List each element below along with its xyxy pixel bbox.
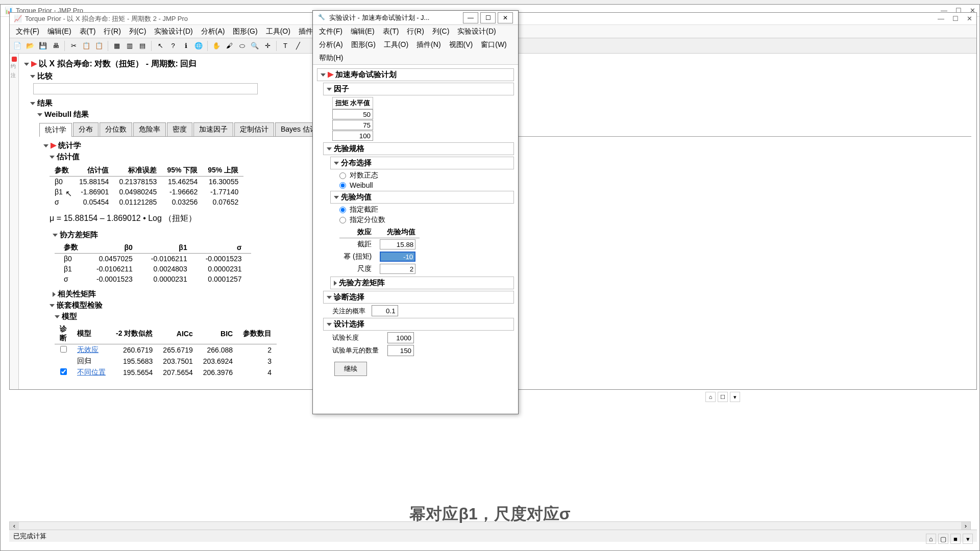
- menu-edit[interactable]: 编辑(E): [347, 26, 379, 38]
- disclosure-icon[interactable]: [334, 281, 337, 286]
- disclosure-icon[interactable]: [24, 63, 29, 66]
- menu-row[interactable]: 行(R): [100, 26, 125, 38]
- menu-doe[interactable]: 实验设计(D): [453, 26, 500, 38]
- toolbar-paste-icon[interactable]: 📋: [93, 40, 105, 52]
- home-icon[interactable]: ⌂: [926, 534, 936, 544]
- scroll-left-icon[interactable]: ‹: [10, 522, 19, 530]
- toolbar-open-icon[interactable]: 📂: [24, 40, 36, 52]
- tab-distribution[interactable]: 分布: [73, 122, 99, 136]
- menu-file[interactable]: 文件(F): [12, 26, 43, 38]
- prior-intercept-input[interactable]: [380, 239, 415, 249]
- tab-density[interactable]: 密度: [167, 122, 192, 136]
- menu-graph[interactable]: 图形(G): [347, 39, 380, 51]
- disclosure-icon[interactable]: [30, 102, 35, 105]
- menu-col[interactable]: 列(C): [125, 26, 150, 38]
- disclosure-icon[interactable]: [334, 196, 339, 199]
- toolbar-info-icon[interactable]: ℹ: [180, 40, 191, 52]
- disclosure-icon[interactable]: [327, 296, 332, 299]
- disclosure-icon[interactable]: [43, 144, 48, 147]
- home-icon[interactable]: ⌂: [705, 392, 716, 402]
- model-name-cell[interactable]: 无效应: [72, 344, 111, 356]
- toolbar-lasso-icon[interactable]: ⬭: [236, 40, 248, 52]
- disclosure-icon[interactable]: [50, 304, 55, 307]
- diagnostic-checkbox[interactable]: [60, 368, 67, 375]
- prior-scale-input[interactable]: [380, 264, 415, 274]
- maximize-button[interactable]: ☐: [480, 12, 496, 23]
- disclosure-icon[interactable]: [50, 156, 55, 159]
- toolbar-table-icon[interactable]: ▦: [111, 40, 122, 52]
- fill-icon[interactable]: ■: [950, 534, 961, 544]
- toolbar-new-icon[interactable]: 📄: [12, 40, 23, 52]
- menu-analyze[interactable]: 分析(A): [197, 26, 229, 38]
- prior-power-input[interactable]: [380, 252, 415, 262]
- factor-level-input[interactable]: [332, 131, 373, 141]
- toolbar-print-icon[interactable]: 🖶: [50, 40, 61, 52]
- tab-custom[interactable]: 定制估计: [234, 122, 274, 136]
- toolbar-copy-icon[interactable]: 📋: [81, 40, 92, 52]
- toolbar-crosshair-icon[interactable]: ✛: [262, 40, 273, 52]
- disclosure-icon[interactable]: [334, 162, 339, 165]
- disclosure-icon[interactable]: [37, 113, 42, 116]
- menu-col[interactable]: 列(C): [428, 26, 453, 38]
- minimize-button[interactable]: —: [938, 15, 944, 22]
- toolbar-save-icon[interactable]: 💾: [37, 40, 48, 52]
- red-arrow-icon[interactable]: [51, 143, 57, 149]
- menu-table[interactable]: 表(T): [76, 26, 100, 38]
- menu-doe[interactable]: 实验设计(D): [150, 26, 197, 38]
- compare-input[interactable]: [33, 83, 258, 94]
- menu-graph[interactable]: 图形(G): [229, 26, 261, 38]
- toolbar-line-icon[interactable]: ╱: [292, 40, 304, 52]
- menu-file[interactable]: 文件(F): [315, 26, 347, 38]
- disclosure-icon[interactable]: [321, 73, 326, 77]
- disclosure-icon[interactable]: [53, 234, 58, 237]
- test-length-input[interactable]: [387, 332, 414, 343]
- toolbar-zoom-icon[interactable]: 🔍: [249, 40, 260, 52]
- disclosure-icon[interactable]: [30, 75, 35, 78]
- toolbar-brush-icon[interactable]: 🖌: [224, 40, 235, 52]
- menu-row[interactable]: 行(R): [403, 26, 428, 38]
- toolbar-hand-icon[interactable]: ✋: [211, 40, 222, 52]
- toolbar-chart-icon[interactable]: ▥: [124, 40, 135, 52]
- tab-statistics[interactable]: 统计学: [39, 123, 72, 137]
- toolbar-pointer-icon[interactable]: ↖: [155, 40, 166, 52]
- menu-analyze[interactable]: 分析(A): [315, 39, 347, 51]
- tab-accel[interactable]: 加速因子: [193, 122, 233, 136]
- minimize-button[interactable]: —: [463, 12, 478, 23]
- tab-quantile[interactable]: 分位数: [100, 122, 132, 136]
- menu-view[interactable]: 视图(V): [445, 39, 477, 51]
- toolbar-cut-icon[interactable]: ✂: [68, 40, 79, 52]
- menu-tools[interactable]: 工具(O): [262, 26, 295, 38]
- menu-help[interactable]: 帮助(H): [315, 52, 347, 64]
- menu-tools[interactable]: 工具(O): [380, 39, 412, 51]
- prob-interest-input[interactable]: [372, 305, 398, 316]
- menu-table[interactable]: 表(T): [379, 26, 403, 38]
- factor-level-input[interactable]: [332, 120, 373, 130]
- maximize-button[interactable]: ☐: [952, 15, 959, 22]
- red-marker-icon[interactable]: [12, 57, 17, 62]
- disclosure-icon[interactable]: [327, 147, 332, 151]
- disclosure-icon[interactable]: [55, 315, 60, 318]
- close-button[interactable]: ✕: [498, 12, 513, 23]
- disclosure-icon[interactable]: [327, 88, 332, 91]
- spec-quantile-radio[interactable]: [339, 217, 346, 223]
- square-icon[interactable]: ☐: [718, 392, 728, 402]
- red-arrow-icon[interactable]: [31, 61, 37, 67]
- dist-lognormal-radio[interactable]: [339, 172, 346, 179]
- toolbar-help-icon[interactable]: ?: [167, 40, 179, 52]
- tab-hazard[interactable]: 危险率: [133, 122, 166, 136]
- disclosure-icon[interactable]: [327, 323, 332, 326]
- red-arrow-icon[interactable]: [328, 72, 334, 78]
- model-name-cell[interactable]: 不同位置: [72, 367, 111, 378]
- menu-edit[interactable]: 编辑(E): [43, 26, 76, 38]
- spec-intercept-radio[interactable]: [339, 207, 346, 213]
- toolbar-chart2-icon[interactable]: ▤: [137, 40, 148, 52]
- dropdown-icon[interactable]: ▾: [730, 392, 740, 402]
- factor-level-input[interactable]: [332, 109, 373, 119]
- toolbar-globe-icon[interactable]: 🌐: [193, 40, 204, 52]
- diagnostic-checkbox[interactable]: [60, 346, 67, 353]
- menu-addins[interactable]: 插件(N): [412, 39, 445, 51]
- dist-weibull-radio[interactable]: [339, 182, 346, 189]
- scroll-right-icon[interactable]: ›: [961, 522, 970, 530]
- close-button[interactable]: ✕: [967, 15, 972, 22]
- test-units-input[interactable]: [387, 345, 414, 356]
